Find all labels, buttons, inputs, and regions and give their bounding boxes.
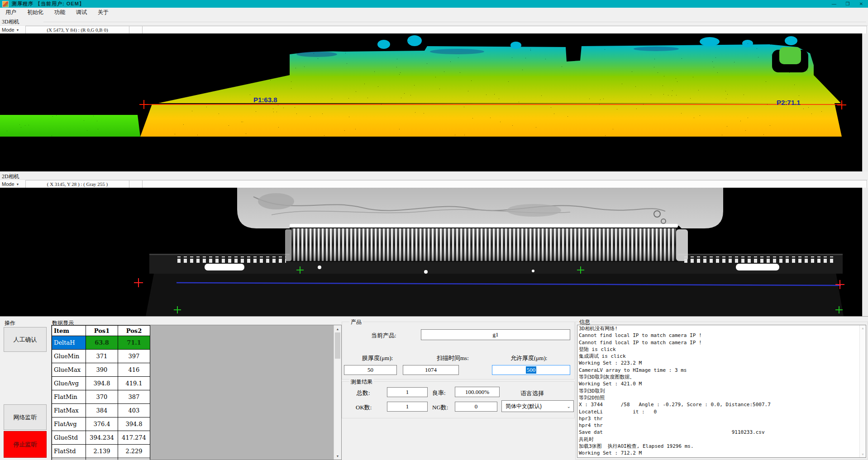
cell-pos2: 394.8 (118, 417, 150, 431)
allow-thickness-input[interactable]: 500 (492, 365, 570, 375)
log-line: X : 3744 /58 Angle : -0.279, Score : 0.0… (577, 401, 866, 408)
log-scrollbar[interactable]: ▲ ▼ (859, 325, 866, 457)
cell-item: FlatMin (52, 390, 86, 404)
language-select[interactable]: 简体中文(默认) ⌄ (501, 400, 574, 412)
title-bar: 测厚程序 【当前用户: OEM】 — ❐ ✕ (0, 0, 868, 8)
cell-pos2: 7966.7 (118, 458, 150, 460)
log-line: 共耗时 (577, 436, 866, 443)
table-row[interactable]: GlueStd394.234417.274 (52, 431, 150, 445)
cell-item: GlueStd (52, 431, 86, 445)
yield-field: 100.000% (455, 387, 500, 397)
status-segment (129, 180, 143, 188)
film-thickness-label: 膜厚度(μm): (362, 354, 393, 362)
window-title: 测厚程序 【当前用户: OEM】 (12, 0, 85, 7)
log-lines: 3D相机没有网络!Cannot find local IP to match c… (577, 325, 866, 457)
status-segment (129, 26, 143, 34)
table-row[interactable]: GlueMax390416 (52, 363, 150, 377)
chevron-down-icon: ⌄ (567, 404, 571, 409)
table-row[interactable]: DeltaH63.871.1 (52, 336, 150, 350)
menu-bar: 用户初始化功能调试关于 (0, 8, 868, 17)
scan-time-input[interactable]: 1074 (403, 365, 459, 375)
menu-item-1[interactable]: 初始化 (22, 9, 49, 16)
scrollbar-3d[interactable] (862, 33, 868, 171)
menu-item-3[interactable]: 调试 (71, 9, 92, 16)
grayscale-image-2d (0, 188, 862, 316)
close-icon[interactable]: ✕ (854, 0, 868, 8)
log-line: Cannot find local IP to match camera IP … (577, 332, 866, 339)
language-label: 语言选择 (520, 389, 544, 398)
log-line: 等到2D拍照 (577, 394, 866, 401)
table-header-row: ItemPos1Pos2 (52, 326, 150, 336)
product-label: 产品 (349, 318, 363, 326)
pixel-readout-3d: (X 5473, Y 84) : (R 0,G 0,B 0) (25, 26, 129, 34)
scroll-down-icon[interactable]: ▼ (334, 452, 341, 460)
cell-pos1: 394.8 (86, 377, 118, 390)
operation-label: 操作 (3, 319, 17, 327)
stop-listen-button[interactable]: 停止监听 (4, 431, 47, 458)
cell-item: DeltaH (52, 336, 86, 350)
log-line: Cannot find local IP to match camera IP … (577, 339, 866, 346)
table-row[interactable]: GlueMin371397 (52, 350, 150, 363)
scroll-up-icon[interactable]: ▲ (334, 325, 341, 332)
ok-count-field: 1 (387, 402, 428, 412)
yield-label: 良率: (432, 389, 446, 397)
table-row[interactable]: FlatMin370387 (52, 390, 150, 404)
cell-item: GlueMin (52, 350, 86, 363)
menu-item-2[interactable]: 功能 (49, 9, 71, 16)
cell-pos1: 2583.5 (86, 458, 118, 460)
camera2d-view[interactable] (0, 188, 862, 316)
table-scrollbar[interactable]: ▲ ▼ (334, 325, 341, 460)
mode-dropdown-2d[interactable]: Mode ▼ (2, 180, 19, 188)
cell-pos2: 2.229 (118, 445, 150, 458)
divider (43, 22, 866, 22)
total-label: 总数: (357, 389, 370, 397)
cell-item: GlueAvg (52, 377, 86, 390)
data-table-container[interactable]: ItemPos1Pos2 DeltaH63.871.1GlueMin371397… (51, 325, 342, 460)
info-log[interactable]: 3D相机没有网络!Cannot find local IP to match c… (577, 325, 866, 458)
current-product-label: 当前产品: (371, 332, 396, 340)
app-icon (2, 1, 9, 7)
camera3d-view[interactable]: P1:63.8 P2:71.1 (0, 33, 862, 171)
scrollbar-thumb[interactable] (335, 332, 340, 359)
cell-pos2: 416 (118, 363, 150, 377)
cell-pos1: 376.4 (86, 417, 118, 431)
ok-count-label: OK数: (356, 403, 372, 412)
cell-pos1: 2.139 (86, 445, 118, 458)
cell-pos1: 371 (86, 350, 118, 363)
table-row[interactable]: FlatStd2.1392.229 (52, 445, 150, 458)
table-row[interactable]: FlatAvg376.4394.8 (52, 417, 150, 431)
pixel-readout-2d: ( X 3145, Y 28 ) : ( Gray 255 ) (25, 180, 129, 188)
mode-dropdown-3d[interactable]: Mode ▼ (2, 26, 19, 33)
cell-pos1: 384 (86, 404, 118, 417)
scrollbar-2d[interactable] (862, 188, 868, 316)
minimize-icon[interactable]: — (827, 0, 841, 8)
ng-count-field: 0 (455, 402, 497, 412)
cell-item: FlatMax (52, 404, 86, 417)
chevron-down-icon: ▼ (16, 183, 19, 186)
data-table: ItemPos1Pos2 DeltaH63.871.1GlueMin371397… (52, 325, 150, 460)
camera3d-toolbar: Mode ▼ (X 5473, Y 84) : (R 0,G 0,B 0) (0, 25, 868, 34)
current-product-input[interactable]: g1 (421, 329, 570, 340)
cell-item: GlueMax (52, 363, 86, 377)
mode-label: Mode (2, 27, 14, 33)
log-line: 集成调试 is click (577, 353, 866, 360)
network-listen-button[interactable]: 网络监听 (4, 404, 47, 430)
table-row[interactable]: X2583.57966.7 (52, 458, 150, 460)
ng-count-label: NG数: (432, 403, 448, 412)
camera2d-toolbar: Mode ▼ ( X 3145, Y 28 ) : ( Gray 255 ) (0, 180, 868, 189)
scroll-down-icon[interactable]: ▼ (861, 453, 864, 456)
menu-item-0[interactable]: 用户 (0, 9, 22, 16)
cell-pos1: 394.234 (86, 431, 118, 445)
manual-confirm-button[interactable]: 人工确认 (4, 327, 47, 352)
table-row[interactable]: FlatMax384403 (52, 404, 150, 417)
camera3d-label: 3D相机 (2, 18, 19, 26)
log-line: LocateLi it : 0 (577, 408, 866, 415)
scroll-up-icon[interactable]: ▲ (861, 327, 864, 330)
restore-icon[interactable]: ❐ (841, 0, 854, 8)
p1-measurement-label: P1:63.8 (253, 96, 277, 104)
table-row[interactable]: GlueAvg394.8419.1 (52, 377, 150, 390)
scan-time-label: 扫描时间ms: (437, 354, 469, 362)
menu-item-4[interactable]: 关于 (92, 9, 114, 16)
cell-pos2: 71.1 (118, 336, 150, 350)
film-thickness-input[interactable]: 50 (344, 365, 397, 375)
